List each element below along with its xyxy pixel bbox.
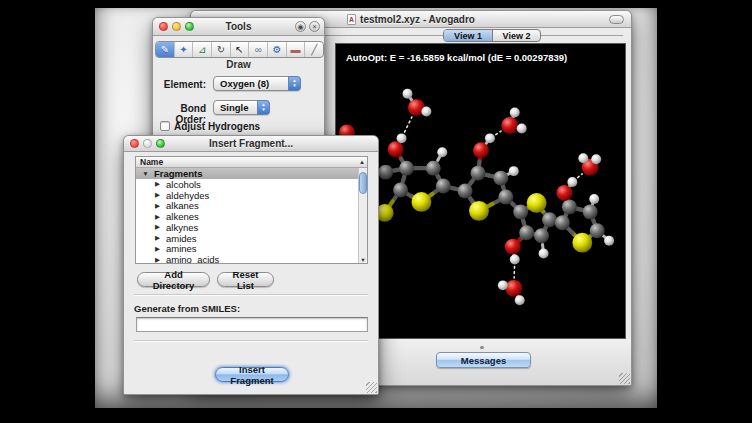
atom-H	[591, 154, 601, 164]
draw-tool[interactable]: ✎	[156, 42, 175, 57]
atom-H	[517, 123, 527, 133]
draw-panel-title: Draw	[153, 59, 324, 70]
fragment-tree-item[interactable]: ▶amines	[136, 244, 358, 255]
fragment-list: Name ▲ ▼Fragments▶alcohols▶aldehydes▶alk…	[135, 156, 368, 264]
insert-fragment-button[interactable]: Insert Fragment	[215, 367, 289, 382]
list-header[interactable]: Name ▲	[136, 157, 367, 168]
manipulate-tool-icon: ∞	[255, 45, 262, 55]
tab-view-1[interactable]: View 1	[444, 30, 492, 41]
navigate-tool[interactable]: ✦	[175, 42, 194, 57]
tree-item-label: amines	[166, 243, 197, 254]
fragment-tree-item[interactable]: ▶amino_acids	[136, 254, 358, 264]
float-button[interactable]: ◉	[295, 21, 306, 32]
tree-item-label: amino_acids	[166, 254, 219, 264]
autoopt-status-text: AutoOpt: E = -16.5859 kcal/mol (dE = 0.0…	[346, 52, 567, 63]
tree-collapsed-icon[interactable]: ▶	[153, 180, 162, 188]
tools-titlebar[interactable]: Tools ◉×	[153, 18, 324, 36]
fragment-tree-root[interactable]: ▼Fragments	[136, 168, 358, 179]
atom-C	[519, 225, 534, 240]
sort-ascending-icon: ▲	[359, 159, 365, 165]
atom-S	[411, 192, 431, 212]
element-label: Element:	[153, 79, 206, 90]
atom-S	[527, 193, 547, 213]
fragment-resize-grip[interactable]	[366, 382, 377, 393]
auto-rotate-tool-icon: ↻	[217, 45, 225, 55]
align-tool[interactable]: ╱	[305, 42, 323, 57]
close-light[interactable]	[159, 22, 168, 31]
auto-optimize-tool[interactable]: ⚙	[268, 42, 287, 57]
toolbar-toggle-button[interactable]	[609, 15, 624, 24]
messages-button[interactable]: Messages	[436, 352, 531, 368]
manipulate-tool[interactable]: ∞	[249, 42, 268, 57]
atom-S	[469, 201, 489, 221]
tree-collapsed-icon[interactable]: ▶	[153, 191, 162, 199]
fragment-tree-item[interactable]: ▶amides	[136, 233, 358, 244]
fragment-titlebar[interactable]: Insert Fragment...	[124, 136, 378, 152]
scroll-down-icon[interactable]: ▼	[359, 257, 367, 263]
atom-H	[515, 295, 525, 305]
main-window-title: testmol2.xyz - Avogadro	[360, 14, 475, 25]
zoom-light[interactable]	[185, 22, 194, 31]
name-column-header: Name	[140, 157, 163, 167]
atom-C	[583, 204, 598, 219]
tree-item-label: alkenes	[166, 211, 199, 222]
adjust-hydrogens-checkbox[interactable]	[160, 121, 170, 131]
tree-collapsed-icon[interactable]: ▶	[153, 245, 162, 253]
reset-list-button[interactable]: Reset List	[217, 272, 274, 287]
auto-optimize-tool-icon: ⚙	[272, 45, 281, 55]
atom-C	[471, 166, 486, 181]
tree-collapsed-icon[interactable]: ▶	[153, 213, 162, 221]
auto-rotate-tool[interactable]: ↻	[212, 42, 231, 57]
fragment-tree: ▼Fragments▶alcohols▶aldehydes▶alkanes▶al…	[136, 168, 358, 263]
minimize-light[interactable]	[172, 22, 181, 31]
fragment-tree-item[interactable]: ▶alkenes	[136, 211, 358, 222]
atom-O	[501, 117, 518, 134]
atom-H	[509, 166, 519, 176]
insert-fragment-window: Insert Fragment... Name ▲ ▼Fragments▶alc…	[123, 135, 379, 395]
tree-collapsed-icon[interactable]: ▶	[153, 202, 162, 210]
dropdown-stepper-icon: ▲▼	[288, 76, 301, 91]
atom-H	[510, 255, 520, 265]
atom-H	[539, 249, 549, 259]
selection-tool[interactable]: ↖	[231, 42, 250, 57]
scrollbar-thumb[interactable]	[359, 172, 367, 194]
fragment-tree-item[interactable]: ▶aldehydes	[136, 190, 358, 201]
bond-centric-tool[interactable]: ⊿	[193, 42, 212, 57]
tab-view-2[interactable]: View 2	[492, 30, 540, 41]
close-button[interactable]: ×	[309, 21, 320, 32]
add-directory-button[interactable]: Add Directory	[137, 272, 210, 287]
tree-collapsed-icon[interactable]: ▶	[153, 223, 162, 231]
atom-C	[436, 179, 451, 194]
atom-O	[505, 280, 522, 297]
element-dropdown-value: Oxygen (8)	[220, 78, 269, 89]
fragment-tree-item[interactable]: ▶alkynes	[136, 222, 358, 233]
element-dropdown[interactable]: Oxygen (8) ▲▼	[213, 76, 301, 91]
fragment-tree-item[interactable]: ▶alkanes	[136, 200, 358, 211]
zoom-light[interactable]	[156, 139, 165, 148]
atom-S	[572, 233, 592, 253]
atom-H	[604, 236, 614, 246]
atom-H	[485, 133, 495, 143]
main-resize-grip[interactable]	[619, 373, 630, 384]
smiles-input[interactable]	[136, 317, 368, 332]
splitter-handle[interactable]	[480, 346, 484, 349]
tree-collapsed-icon[interactable]: ▶	[153, 234, 162, 242]
tree-item-label: alcohols	[166, 179, 201, 190]
atom-C	[555, 215, 570, 230]
fragment-tree-item[interactable]: ▶alcohols	[136, 179, 358, 190]
atom-O	[505, 239, 521, 255]
tree-root-label: Fragments	[154, 168, 203, 179]
atom-H	[567, 177, 577, 187]
list-scrollbar[interactable]: ▼	[358, 168, 367, 263]
atom-C	[534, 228, 549, 243]
tree-expanded-icon[interactable]: ▼	[141, 170, 150, 177]
tree-collapsed-icon[interactable]: ▶	[153, 256, 162, 264]
measure-tool[interactable]: ▬	[287, 42, 306, 57]
minimize-light-disabled	[143, 139, 152, 148]
bond-order-dropdown[interactable]: Single ▲▼	[213, 100, 270, 115]
measure-tool-icon: ▬	[291, 45, 301, 55]
close-light[interactable]	[130, 139, 139, 148]
atom-C	[378, 165, 393, 180]
atom-H	[403, 89, 413, 99]
atom-H	[421, 107, 431, 117]
